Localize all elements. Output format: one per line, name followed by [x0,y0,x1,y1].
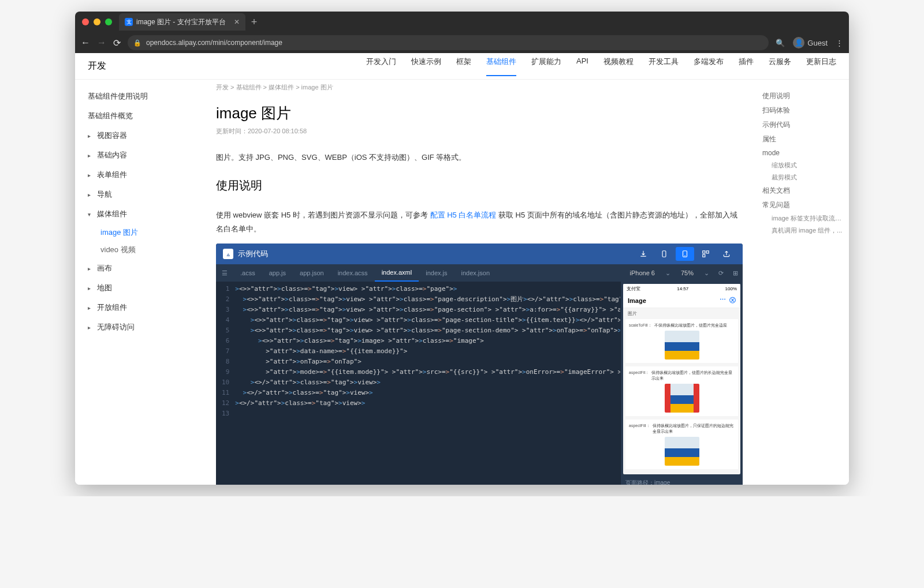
toc-item[interactable]: 使用说明 [762,89,843,103]
device-selector[interactable]: iPhone 6 [624,269,661,276]
qrcode-button[interactable] [696,247,715,261]
sidebar-item[interactable]: image 图片 [75,224,202,241]
main-content: 开发 > 基础组件 > 媒体组件 > image 图片 image 图片 更新时… [202,80,757,485]
close-preview-icon[interactable]: ⓧ [729,296,736,305]
editor-tab[interactable]: index.axml [375,264,419,282]
toc-item[interactable]: 常见问题 [762,198,843,212]
sidebar-group[interactable]: ▸画布 [75,259,202,278]
search-icon[interactable]: 🔍 [776,39,785,47]
toc-item[interactable]: mode [762,147,843,159]
page-title: image 图片 [216,103,743,123]
table-of-contents: 使用说明扫码体验示例代码属性mode缩放模式裁剪模式相关文档常见问题image … [757,80,849,485]
breadcrumb: 开发 > 基础组件 > 媒体组件 > image 图片 [216,80,743,95]
editor-tab[interactable]: app.json [293,264,331,282]
more-icon[interactable]: ⋯ [720,296,726,305]
topnav-item[interactable]: 云服务 [769,57,791,76]
menu-icon[interactable]: ⋮ [836,39,843,47]
topnav-item[interactable]: 快速示例 [411,57,441,76]
chevron-icon: ▸ [88,324,94,331]
topnav-item[interactable]: 开发工具 [649,57,679,76]
preview-toggle-button[interactable] [676,247,694,261]
mode-card: scaleToFill：不保持纵横比缩放图片，使图片完全适应 [625,319,738,363]
download-button[interactable] [634,247,653,261]
sidebar-group[interactable]: ▸表单组件 [75,165,202,185]
url-text: opendocs.alipay.com/mini/component/image [146,39,282,47]
chevron-down-icon[interactable]: ⌄ [699,269,714,277]
code-block: ⟁ 示例代码 ☰ .acssapp.jsapp.json [216,244,743,485]
sidebar-item[interactable]: video 视频 [75,241,202,259]
lock-icon: 🔒 [133,39,141,47]
topnav-item[interactable]: 多端发布 [694,57,724,76]
topnav-item[interactable]: 框架 [456,57,471,76]
carrier: 支付宝 [627,286,640,292]
toc-subitem[interactable]: 裁剪模式 [762,171,843,183]
sidebar-group[interactable]: ▸开放组件 [75,298,202,317]
topnav-item[interactable]: 更新日志 [806,57,836,76]
close-tab-icon[interactable]: ✕ [234,18,240,26]
chevron-icon: ▸ [88,305,94,311]
mode-card: aspectFit：保持纵横比缩放图片，使图片的长边能完全显示出来 [625,366,738,416]
update-time: 更新时间：2020-07-20 08:10:58 [216,127,743,136]
sidebar-group[interactable]: ▾媒体组件 [75,204,202,224]
chevron-icon: ▾ [88,211,94,218]
usage-text: 使用 webview 嵌套 H5 时，若遇到图片资源不显示问题，可参考 配置 H… [216,208,743,235]
clock: 14:57 [677,286,688,291]
browser-tab[interactable]: image 图片 - 支付宝开放平台 ✕ [119,13,245,31]
top-nav: 开发 开发入门快速示例框架基础组件扩展能力API视频教程开发工具多端发布插件云服… [75,53,849,80]
close-window[interactable] [82,18,89,25]
sidebar-group[interactable]: ▸视图容器 [75,126,202,145]
forward-button[interactable]: → [97,38,106,48]
maximize-window[interactable] [105,18,112,25]
grid-icon[interactable]: ⊞ [728,269,743,277]
svg-rect-4 [706,251,709,253]
toc-subitem[interactable]: 真机调用 image 组件，... [762,224,843,237]
topnav-item[interactable]: 视频教程 [603,57,634,76]
toc-subitem[interactable]: 缩放模式 [762,159,843,171]
editor-tab[interactable]: index.json [454,264,497,282]
topnav-item[interactable]: API [576,57,588,76]
toc-subitem[interactable]: image 标签支持读取流文... [762,212,843,224]
profile-button[interactable]: 👤 Guest [793,37,828,48]
topnav-item[interactable]: 扩展能力 [531,57,561,76]
section-usage: 使用说明 [216,178,743,193]
svg-rect-5 [703,254,705,257]
sidebar-group[interactable]: ▸地图 [75,278,202,298]
zoom-selector[interactable]: 75% [675,269,699,276]
chevron-icon: ▸ [88,172,94,178]
sidebar-group[interactable]: ▸导航 [75,185,202,204]
phone-toggle-button[interactable] [655,247,673,261]
topnav-item[interactable]: 基础组件 [486,57,516,76]
mode-card: aspectFill：保持纵横比缩放图片，只保证图片的短边能完全显示出来 [625,420,738,469]
sidebar-section[interactable]: 基础组件概览 [75,106,202,126]
brand[interactable]: 开发 [88,60,106,72]
menu-icon[interactable]: ☰ [216,269,233,277]
editor-tab[interactable]: app.js [262,264,293,282]
toc-item[interactable]: 相关文档 [762,183,843,198]
minimize-window[interactable] [94,18,100,25]
tab-title: image 图片 - 支付宝开放平台 [136,17,226,27]
topnav-item[interactable]: 插件 [739,57,754,76]
new-tab-button[interactable]: + [251,16,258,28]
editor-tab[interactable]: .acss [233,264,262,282]
toc-item[interactable]: 属性 [762,132,843,147]
toc-item[interactable]: 扫码体验 [762,103,843,118]
refresh-icon[interactable]: ⟳ [714,269,728,277]
preview-image [665,331,699,359]
editor-tab[interactable]: index.js [419,264,454,282]
toc-item[interactable]: 示例代码 [762,118,843,132]
sidebar-group[interactable]: ▸基础内容 [75,145,202,165]
whitelist-link[interactable]: 配置 H5 白名单流程 [430,211,497,219]
editor-tab[interactable]: index.acss [331,264,375,282]
back-button[interactable]: ← [81,38,90,48]
preview-panel: 支付宝 14:57 100% Image ⋯ ⓧ [620,282,743,485]
sidebar-group[interactable]: ▸无障碍访问 [75,317,202,337]
favicon-icon [125,18,133,26]
sidebar-section[interactable]: 基础组件使用说明 [75,87,202,106]
code-header-title: 示例代码 [238,249,268,259]
reload-button[interactable]: ⟳ [113,38,121,48]
topnav-item[interactable]: 开发入门 [366,57,396,76]
address-bar[interactable]: 🔒 opendocs.alipay.com/mini/component/ima… [128,35,769,50]
preview-label: 图片 [623,308,740,319]
chevron-down-icon[interactable]: ⌄ [661,269,675,277]
share-button[interactable] [717,247,736,261]
